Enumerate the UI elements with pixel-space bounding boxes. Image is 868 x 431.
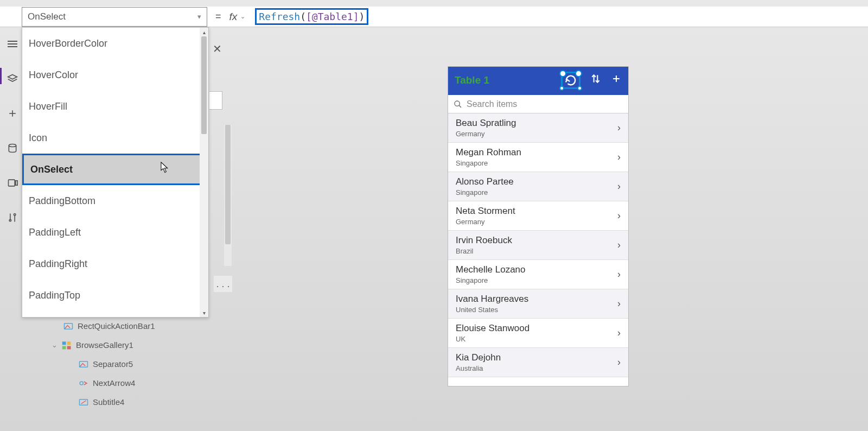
- svg-point-18: [455, 101, 459, 106]
- rect-icon: [63, 322, 73, 331]
- gallery-item[interactable]: Kia DejohnAustralia›: [448, 348, 628, 377]
- dropdown-item[interactable]: Icon: [22, 122, 208, 154]
- chevron-right-icon: ›: [617, 327, 621, 339]
- chevron-down-icon: ⌄: [52, 341, 58, 349]
- hamburger-icon[interactable]: [7, 38, 18, 50]
- svg-point-14: [80, 382, 83, 385]
- scroll-up-icon[interactable]: ▴: [200, 28, 208, 36]
- layers-icon[interactable]: [7, 73, 18, 85]
- dropdown-item[interactable]: PaddingRight: [22, 248, 208, 280]
- tree-label: Separator5: [93, 359, 133, 369]
- chevron-right-icon: ›: [617, 239, 621, 251]
- close-icon[interactable]: ✕: [213, 42, 222, 55]
- gallery-item[interactable]: Neta StormentGermany›: [448, 201, 628, 231]
- dropdown-item[interactable]: PaddingTop: [22, 280, 208, 311]
- gallery-item-name: Kia Dejohn: [456, 352, 501, 363]
- property-select-value: OnSelect: [28, 11, 66, 22]
- dropdown-item[interactable]: HoverBorderColor: [22, 28, 208, 59]
- gallery-item[interactable]: Irvin RoebuckBrazil›: [448, 231, 628, 260]
- svg-rect-5: [16, 181, 17, 185]
- gallery-item-name: Megan Rohman: [456, 147, 521, 158]
- tree-row[interactable]: Subtitle4: [52, 397, 155, 407]
- svg-line-19: [459, 105, 461, 107]
- tree-label: RectQuickActionBar1: [78, 321, 155, 331]
- rect-icon: [79, 360, 88, 369]
- dropdown-item[interactable]: HoverColor: [22, 59, 208, 91]
- plus-icon[interactable]: [7, 107, 18, 119]
- phone-title: Table 1: [455, 74, 489, 86]
- gallery-item[interactable]: Mechelle LozanoSingapore›: [448, 260, 628, 289]
- svg-point-3: [9, 144, 16, 147]
- property-dropdown: HoverBorderColorHoverColorHoverFillIconO…: [22, 27, 209, 318]
- chevron-right-icon: ›: [617, 210, 621, 221]
- chevron-right-icon: ›: [617, 181, 621, 192]
- tree-row[interactable]: NextArrow4: [52, 378, 155, 388]
- gallery-item-name: Mechelle Lozano: [456, 264, 526, 275]
- chevron-right-icon: ›: [617, 269, 621, 280]
- gallery-icon: [62, 341, 72, 350]
- search-box[interactable]: Search items: [448, 94, 628, 113]
- chevron-right-icon: ›: [617, 151, 621, 163]
- gallery-item-subtitle: United States: [456, 306, 528, 314]
- formula-text: Refresh([@Table1]): [255, 8, 368, 25]
- scroll-down-icon[interactable]: ▾: [200, 308, 208, 317]
- svg-rect-9: [62, 341, 66, 345]
- tree-label: Subtitle4: [93, 397, 124, 407]
- svg-rect-4: [9, 180, 15, 186]
- dropdown-item[interactable]: PaddingBottom: [22, 185, 208, 217]
- gallery-item-name: Beau Spratling: [456, 118, 516, 129]
- panel-scrollbar[interactable]: [224, 125, 232, 266]
- svg-point-6: [9, 219, 11, 221]
- gallery-item-subtitle: Singapore: [456, 276, 526, 284]
- gallery-item[interactable]: Elouise StanwoodUK›: [448, 319, 628, 348]
- formula-input[interactable]: Refresh([@Table1]): [255, 7, 868, 27]
- search-icon: [454, 100, 462, 109]
- database-icon[interactable]: [7, 142, 18, 154]
- field-edge: [209, 91, 222, 110]
- tree-label: BrowseGallery1: [76, 340, 133, 350]
- gallery-item[interactable]: Megan RohmanSingapore›: [448, 143, 628, 172]
- chevron-down-icon: ⌄: [240, 13, 245, 20]
- sort-icon[interactable]: [590, 73, 601, 87]
- svg-rect-11: [62, 346, 66, 349]
- gallery-item[interactable]: Ivana HargreavesUnited States›: [448, 289, 628, 319]
- tree-row[interactable]: RectQuickActionBar1: [52, 321, 155, 331]
- media-icon[interactable]: [7, 177, 18, 189]
- gallery-item[interactable]: Beau SpratlingGermany›: [448, 113, 628, 143]
- gallery-item-subtitle: UK: [456, 335, 529, 343]
- gallery: Beau SpratlingGermany›Megan RohmanSingap…: [448, 113, 628, 386]
- gallery-item-name: Ivana Hargreaves: [456, 294, 528, 305]
- label-icon: [79, 398, 88, 407]
- gallery-item[interactable]: Tamica Trickett›: [448, 377, 628, 386]
- formula-bar: OnSelect ▾ = fx ⌄ Refresh([@Table1]): [0, 7, 868, 27]
- dropdown-item[interactable]: OnSelect: [22, 154, 208, 185]
- gallery-item-name: Irvin Roebuck: [456, 235, 512, 246]
- gallery-item-subtitle: Singapore: [456, 188, 514, 197]
- dropdown-scrollbar[interactable]: ▴ ▾: [200, 28, 208, 317]
- tree-label: NextArrow4: [93, 378, 135, 388]
- gallery-item-subtitle: Germany: [456, 130, 516, 138]
- plus-icon[interactable]: [611, 73, 622, 87]
- fx-label: fx: [229, 11, 238, 23]
- gallery-item-subtitle: Germany: [456, 218, 515, 226]
- dropdown-item[interactable]: PaddingLeft: [22, 217, 208, 248]
- tree-row[interactable]: Separator5: [52, 359, 155, 369]
- gallery-item-subtitle: Australia: [456, 364, 501, 372]
- tools-icon[interactable]: [7, 212, 18, 224]
- chevron-down-icon: ▾: [197, 12, 201, 21]
- fx-button[interactable]: fx ⌄: [229, 11, 246, 23]
- property-select[interactable]: OnSelect ▾: [22, 7, 207, 27]
- gallery-item-subtitle: Brazil: [456, 247, 512, 255]
- dropdown-item[interactable]: HoverFill: [22, 91, 208, 122]
- gallery-item-name: Alonso Partee: [456, 176, 514, 187]
- equals-label: =: [215, 11, 221, 22]
- more-button[interactable]: . . .: [214, 276, 232, 292]
- refresh-icon[interactable]: [561, 72, 580, 89]
- svg-rect-12: [67, 346, 71, 349]
- gallery-item[interactable]: Alonso ParteeSingapore›: [448, 172, 628, 201]
- tree-view: RectQuickActionBar1⌄BrowseGallery1Separa…: [52, 321, 155, 416]
- chevron-right-icon: ›: [617, 122, 621, 134]
- svg-point-7: [14, 214, 16, 216]
- svg-rect-10: [67, 341, 71, 345]
- tree-row[interactable]: ⌄BrowseGallery1: [52, 340, 155, 350]
